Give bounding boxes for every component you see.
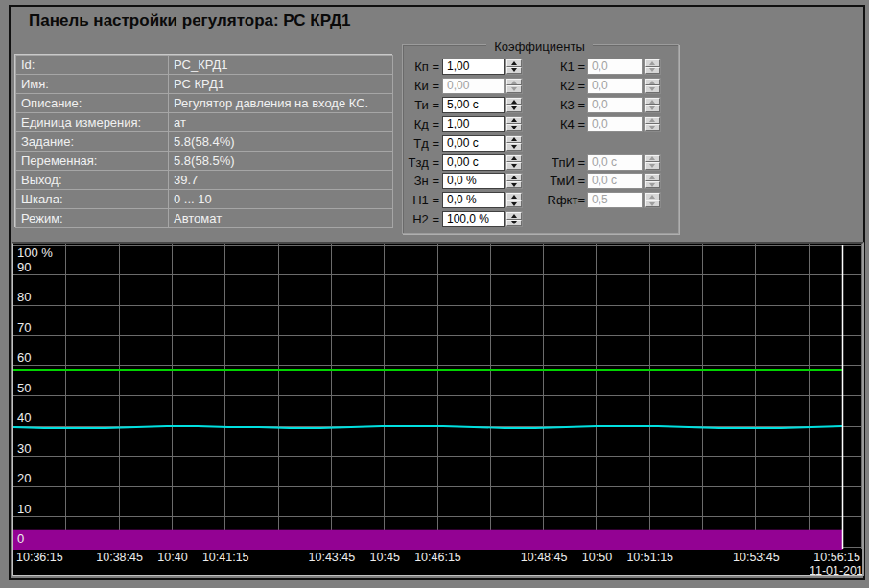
spinner <box>505 135 523 152</box>
arrow-up-icon <box>511 137 517 141</box>
y-axis-label: 70 <box>17 320 31 335</box>
spinner <box>644 173 661 189</box>
spinner-down-button[interactable] <box>506 162 522 170</box>
spinner-up-button[interactable] <box>506 59 522 67</box>
table-row: Единица измерения:ат <box>16 113 393 132</box>
coef-input: 0,0 <box>587 97 643 113</box>
spinner-down-button[interactable] <box>506 220 522 227</box>
spinner-down-button <box>645 181 660 189</box>
coef-input[interactable]: 5,00 с <box>442 97 505 113</box>
y-axis-label: 20 <box>17 471 31 485</box>
arrow-up-icon <box>511 118 517 122</box>
spinner <box>644 78 661 94</box>
spinner-up-button[interactable] <box>506 155 522 163</box>
spinner-down-button[interactable] <box>506 181 522 189</box>
arrow-down-icon <box>649 126 655 129</box>
spinner-up-button[interactable] <box>506 136 522 144</box>
arrow-up-icon <box>511 176 517 179</box>
coef-label: К4 = <box>533 116 585 132</box>
arrow-down-icon <box>511 126 517 129</box>
coef-input: 0,0 с <box>587 173 643 189</box>
y-axis-label: 30 <box>17 441 31 456</box>
arrow-down-icon <box>649 202 655 206</box>
coef-input[interactable]: 0,00 с <box>442 135 505 152</box>
property-value: РС_КРД1 <box>169 56 393 75</box>
property-label: Переменная: <box>16 152 169 171</box>
spinner <box>505 192 523 208</box>
coef-input: 0,0 <box>587 59 643 75</box>
arrow-down-icon <box>511 183 517 187</box>
spinner <box>505 173 523 189</box>
spinner-up-button[interactable] <box>506 193 522 200</box>
spinner <box>505 59 523 75</box>
coef-input: 0,00 <box>442 78 505 94</box>
spinner-up-button[interactable] <box>506 212 522 220</box>
spinner-down-button[interactable] <box>506 143 522 151</box>
arrow-up-icon <box>649 81 655 84</box>
arrow-up-icon <box>511 81 517 84</box>
spinner-down-button <box>645 200 660 208</box>
coef-label: К1 = <box>533 59 585 75</box>
spinner <box>644 59 661 75</box>
property-value: 0 ... 10 <box>169 190 393 209</box>
band-series <box>13 530 843 550</box>
coef-input: 0,0 <box>587 78 643 94</box>
spinner-down-button <box>645 85 660 93</box>
spinner-up-button[interactable] <box>506 117 522 125</box>
panel-window: Панель настройки регулятора: РС КРД1 Id:… <box>0 0 869 588</box>
table-row: Описание:Регулятор давления на входе КС. <box>16 94 393 113</box>
table-row: Id:РС_КРД1 <box>16 56 393 75</box>
spinner-down-button[interactable] <box>506 124 522 131</box>
spinner-up-button[interactable] <box>506 174 522 181</box>
spinner-down-button[interactable] <box>506 200 522 208</box>
arrow-up-icon <box>649 195 655 199</box>
spinner-down-button <box>506 85 522 93</box>
coef-input[interactable]: 0,0 % <box>442 192 505 208</box>
arrow-up-icon <box>511 156 517 160</box>
panel-title: Панель настройки регулятора: РС КРД1 <box>29 12 350 31</box>
table-row: Задание:5.8(58.4%) <box>16 132 393 152</box>
spinner-down-button <box>645 162 660 170</box>
spinner-down-button[interactable] <box>506 67 522 75</box>
coef-input[interactable]: 0,0 % <box>442 173 505 189</box>
arrow-down-icon <box>511 106 517 110</box>
spinner <box>644 97 661 113</box>
y-axis-label: 10 <box>17 502 31 516</box>
arrow-up-icon <box>649 156 655 160</box>
arrow-up-icon <box>511 100 517 104</box>
property-value: Автомат <box>169 209 393 228</box>
y-axis-label: 0 <box>17 531 24 546</box>
coef-label: К2 = <box>533 78 585 94</box>
property-value: ат <box>169 113 393 132</box>
arrow-down-icon <box>511 221 517 224</box>
property-value: 5.8(58.5%) <box>169 152 393 171</box>
coef-input[interactable]: 1,00 <box>442 59 505 75</box>
property-value: РС КРД1 <box>169 75 393 94</box>
x-axis-label: 10:46:15 <box>395 551 481 564</box>
date-label: 11-01-2011 <box>810 564 864 576</box>
arrow-down-icon <box>649 164 655 168</box>
arrow-up-icon <box>511 195 517 199</box>
spinner <box>505 211 523 227</box>
coef-input[interactable]: 1,00 <box>442 116 505 132</box>
property-label: Шкала: <box>16 190 169 209</box>
properties-table-body: Id:РС_КРД1Имя:РС КРД1Описание:Регулятор … <box>16 56 393 228</box>
arrow-down-icon <box>511 202 517 206</box>
y-axis-label: 40 <box>17 411 31 425</box>
arrow-down-icon <box>649 87 655 91</box>
spinner-up-button[interactable] <box>506 98 522 106</box>
table-row: Режим:Автомат <box>16 209 393 228</box>
arrow-down-icon <box>511 87 517 91</box>
property-label: Режим: <box>16 209 169 228</box>
coef-label: Зн = <box>388 173 439 189</box>
spinner-up-button <box>506 79 522 86</box>
arrow-down-icon <box>511 68 517 72</box>
property-value: 39.7 <box>169 171 393 190</box>
coef-input[interactable]: 0,00 с <box>442 154 505 171</box>
spinner-down-button[interactable] <box>506 105 522 112</box>
coef-input[interactable]: 100,0 % <box>442 211 505 227</box>
arrow-up-icon <box>649 61 655 65</box>
x-axis-label: 10:36:15 <box>16 551 63 564</box>
arrow-down-icon <box>649 68 655 72</box>
y-axis-label: 60 <box>17 350 31 365</box>
